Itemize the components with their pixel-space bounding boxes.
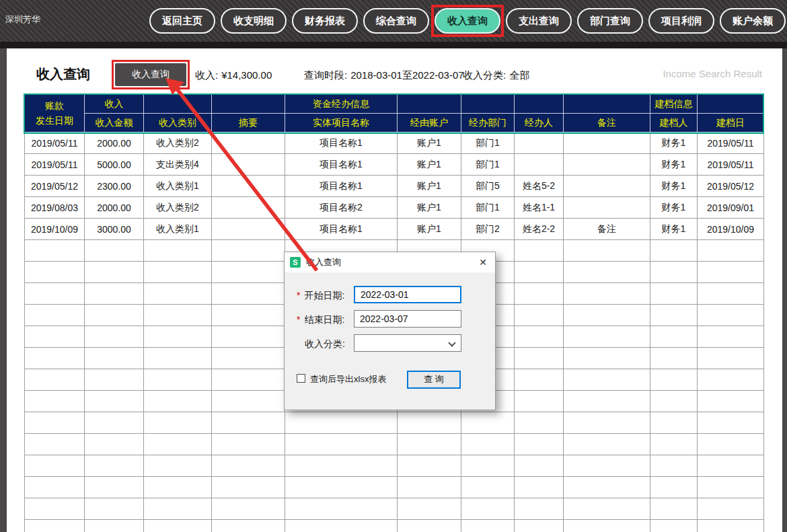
table-row[interactable]: 2019/05/122300.00收入类别1项目名称1账户1部门5姓名5-2财务… bbox=[25, 176, 764, 197]
table-cell bbox=[564, 154, 650, 176]
nav-button-8[interactable]: 项目利润 bbox=[648, 8, 714, 34]
table-cell bbox=[212, 219, 285, 240]
close-icon[interactable]: ✕ bbox=[476, 257, 490, 268]
table-row[interactable]: 2019/05/112000.00收入类别2项目名称1账户1部门1财务12019… bbox=[25, 132, 764, 154]
table-cell: 部门1 bbox=[461, 132, 515, 154]
table-cell bbox=[25, 477, 85, 498]
dialog-title: 收入查询 bbox=[306, 256, 341, 268]
nav-button-5[interactable]: 收入查询 bbox=[435, 8, 500, 34]
nav-button-6[interactable]: 支出查询 bbox=[506, 8, 572, 34]
table-cell bbox=[144, 348, 212, 369]
table-cell: 2019/05/11 bbox=[698, 132, 764, 154]
search-submit-button[interactable]: 查 询 bbox=[407, 371, 461, 389]
table-row[interactable]: 2019/05/115000.00支出类别4项目名称1账户1部门1财务12019… bbox=[25, 154, 764, 176]
nav-button-4[interactable]: 综合查询 bbox=[363, 8, 429, 34]
table-cell bbox=[698, 391, 764, 412]
table-row[interactable]: 2019/10/093000.00收入类别1项目名称1账户1部门2姓名2-2备注… bbox=[25, 219, 764, 240]
table-cell: 项目名称2 bbox=[285, 197, 398, 219]
table-cell: 部门5 bbox=[461, 176, 515, 197]
table-cell bbox=[461, 412, 515, 434]
table-cell bbox=[564, 262, 650, 283]
table-cell bbox=[461, 520, 515, 532]
table-cell bbox=[515, 369, 564, 391]
table-cell bbox=[285, 477, 398, 498]
table-cell: 5000.00 bbox=[85, 154, 144, 176]
table-cell bbox=[212, 434, 285, 455]
table-cell bbox=[144, 240, 212, 262]
header-cell: 建档信息 bbox=[650, 95, 698, 114]
nav-button-9[interactable]: 账户余额 bbox=[720, 8, 786, 34]
table-cell: 项目名称1 bbox=[285, 154, 398, 176]
table-row-empty[interactable] bbox=[25, 434, 764, 455]
table-cell bbox=[698, 348, 764, 369]
table-cell bbox=[144, 434, 212, 455]
required-asterisk: * bbox=[297, 290, 300, 301]
table-cell: 2019/05/12 bbox=[698, 176, 764, 197]
table-cell bbox=[564, 455, 650, 477]
table-cell bbox=[398, 477, 461, 498]
table-cell: 3000.00 bbox=[85, 219, 144, 240]
table-cell: 2000.00 bbox=[85, 132, 144, 154]
table-cell: 项目名称1 bbox=[285, 176, 398, 197]
header-cell: 资金经办信息 bbox=[285, 95, 398, 114]
end-date-input[interactable] bbox=[354, 310, 461, 328]
table-cell bbox=[85, 391, 144, 412]
table-cell bbox=[698, 434, 764, 455]
table-cell bbox=[650, 455, 698, 477]
header-cell: 经办部门 bbox=[461, 114, 515, 132]
category-select[interactable] bbox=[354, 334, 461, 352]
table-cell bbox=[515, 455, 564, 477]
page-title: 收入查询 bbox=[36, 65, 90, 83]
table-row-empty[interactable] bbox=[25, 498, 764, 520]
table-cell: 账户1 bbox=[398, 197, 461, 219]
table-cell bbox=[212, 455, 285, 477]
table-cell: 收入类别1 bbox=[144, 219, 212, 240]
table-cell: 姓名2-2 bbox=[515, 219, 564, 240]
table-cell bbox=[650, 348, 698, 369]
table-cell bbox=[564, 477, 650, 498]
table-cell bbox=[564, 240, 650, 262]
nav-button-3[interactable]: 财务报表 bbox=[292, 8, 358, 34]
income-total-label: 收入: bbox=[195, 69, 218, 81]
header-cell bbox=[212, 95, 285, 114]
table-cell bbox=[212, 154, 285, 176]
nav-button-2[interactable]: 收支明细 bbox=[221, 8, 287, 34]
table-cell bbox=[698, 520, 764, 532]
table-cell bbox=[698, 326, 764, 348]
table-cell: 账户1 bbox=[398, 219, 461, 240]
dialog-title-bar[interactable]: S 收入查询 ✕ bbox=[285, 252, 495, 272]
table-cell bbox=[212, 283, 285, 305]
income-category-filter: 收入分类:全部 bbox=[463, 69, 529, 82]
nav-button-7[interactable]: 部门查询 bbox=[577, 8, 643, 34]
table-cell bbox=[144, 477, 212, 498]
table-cell: 备注 bbox=[564, 219, 650, 240]
table-cell bbox=[212, 348, 285, 369]
header-cell: 摘要 bbox=[212, 114, 285, 132]
table-row-empty[interactable] bbox=[25, 520, 764, 532]
top-bar-bottom-edge bbox=[0, 42, 787, 48]
table-cell: 部门1 bbox=[461, 197, 515, 219]
start-date-label: *开始日期: bbox=[297, 290, 344, 302]
table-row[interactable]: 2019/08/032000.00收入类别2项目名称2账户1部门1姓名1-1财务… bbox=[25, 197, 764, 219]
table-cell bbox=[85, 283, 144, 305]
table-cell: 账户1 bbox=[398, 176, 461, 197]
category-select-label: 收入分类: bbox=[297, 338, 345, 350]
chevron-down-icon bbox=[448, 339, 455, 346]
table-row-empty[interactable] bbox=[25, 412, 764, 434]
table-cell: 账户1 bbox=[398, 132, 461, 154]
table-cell bbox=[564, 369, 650, 391]
table-cell bbox=[25, 240, 85, 262]
end-date-label: *结束日期: bbox=[297, 314, 344, 326]
export-xlsx-checkbox[interactable] bbox=[297, 374, 305, 383]
table-cell bbox=[212, 262, 285, 283]
table-cell bbox=[698, 477, 764, 498]
table-cell bbox=[212, 132, 285, 154]
table-row-empty[interactable] bbox=[25, 455, 764, 477]
nav-button-1[interactable]: 返回主页 bbox=[149, 8, 215, 34]
income-total-value: ¥14,300.00 bbox=[221, 69, 272, 81]
table-cell bbox=[461, 477, 515, 498]
table-row-empty[interactable] bbox=[25, 477, 764, 498]
export-xlsx-label: 查询后导出xlsx报表 bbox=[310, 373, 386, 385]
start-date-input[interactable] bbox=[354, 286, 461, 303]
income-query-button[interactable]: 收入查询 bbox=[115, 63, 186, 86]
